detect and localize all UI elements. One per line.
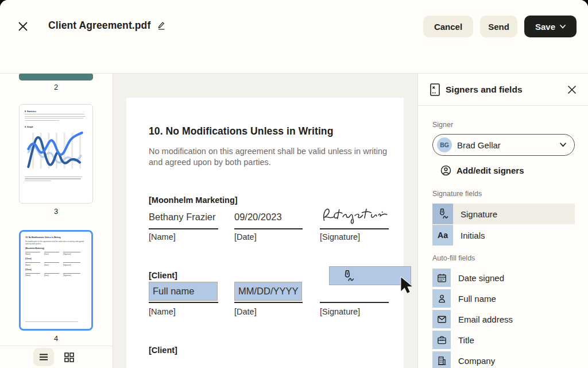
mini-signature-row: [Name] [Date] [Signature] <box>25 273 87 277</box>
mouse-cursor <box>399 276 414 294</box>
section-paragraph: No modification on this agreement shall … <box>149 146 392 168</box>
date-field-label: [Date] <box>234 232 257 241</box>
mini-heading-page4: 10. No Modifications Unless in Writing <box>25 236 87 239</box>
field-item-email-address[interactable]: Email address <box>432 310 575 328</box>
company-party-label: [Moonhelm Marketing] <box>149 195 238 205</box>
panel-title: Signers and fields <box>446 85 523 95</box>
grid-view-icon <box>64 352 74 362</box>
document-canvas: 10. No Modifications Unless in Writing N… <box>113 74 417 368</box>
top-bar: Client Agreement.pdf Cancel Send Save <box>0 0 588 43</box>
name-field-label: [Name] <box>149 307 176 316</box>
building-icon <box>436 355 447 366</box>
signed-name-value: Bethany Frazier <box>149 212 215 223</box>
signed-date-value: 09/20/2023 <box>234 212 282 223</box>
rename-pencil-icon[interactable] <box>156 21 165 30</box>
mini-paragraph-bars <box>25 114 87 121</box>
field-item-company[interactable]: Company <box>432 351 575 368</box>
signer-dropdown[interactable]: BG Brad Gellar <box>432 134 575 156</box>
field-item-signature[interactable]: Signature <box>432 204 575 224</box>
field-item-label: Full name <box>458 294 496 304</box>
mini-line-chart <box>25 130 88 172</box>
page-3-thumbnail[interactable]: 8. Statistics 9. Graph <box>19 104 93 204</box>
panel-close-icon[interactable] <box>567 85 577 95</box>
page-2-label: 2 <box>19 83 93 91</box>
date-field-label: [Date] <box>234 307 257 316</box>
cancel-button[interactable]: Cancel <box>423 16 473 37</box>
page-4-label: 4 <box>19 334 93 343</box>
list-view-button[interactable] <box>33 348 54 366</box>
field-item-initials[interactable]: Aa Initials <box>432 225 575 246</box>
title-icon-box <box>432 331 451 349</box>
signature-line <box>320 228 389 229</box>
signature-field-icon-box <box>432 204 453 224</box>
signature-line <box>149 228 218 229</box>
page-2-thumbnail-partial[interactable] <box>19 74 93 80</box>
client-party-label: [Client] <box>149 271 177 280</box>
save-button-label: Save <box>535 22 555 32</box>
mini-paragraph-page4: No modification on this agreement shall … <box>25 240 87 245</box>
editing-toolbar: 4 of 4 Draw Highlight Add text <box>0 43 588 74</box>
signature-line <box>234 228 303 229</box>
signer-section-label: Signer <box>432 121 453 129</box>
signers-and-fields-panel: Signers and fields Signer BG Brad Gellar… <box>417 74 588 368</box>
send-button[interactable]: Send <box>480 16 517 37</box>
briefcase-icon <box>436 335 447 346</box>
mini-caption-bars <box>25 177 87 181</box>
initials-field-icon-box: Aa <box>432 225 453 246</box>
signature-pen-icon <box>341 269 355 283</box>
signature-fields-section-label: Signature fields <box>432 190 482 198</box>
field-item-label: Title <box>458 335 474 345</box>
field-item-label: Initials <box>461 231 485 240</box>
thumbnail-sidebar: 2 8. Statistics 9. Graph <box>0 74 113 368</box>
email-icon-box <box>432 310 451 328</box>
add-edit-signers-button[interactable]: Add/edit signers <box>440 165 524 176</box>
close-icon[interactable] <box>17 21 29 32</box>
grid-view-button[interactable] <box>59 348 79 366</box>
signature-field-label: [Signature] <box>320 232 360 241</box>
initials-aa-icon: Aa <box>438 231 448 240</box>
field-item-title[interactable]: Title <box>432 331 575 349</box>
signature-line <box>320 302 389 303</box>
field-item-label: Signature <box>461 209 497 219</box>
section-heading: 10. No Modifications Unless in Writing <box>149 125 333 137</box>
name-field-label: [Name] <box>149 232 176 241</box>
mini-heading-statistics: 8. Statistics <box>25 110 87 113</box>
chevron-down-icon <box>560 143 566 147</box>
mini-signature-row: [Name] [Date] [Signature] <box>25 252 87 255</box>
panel-divider <box>418 105 588 106</box>
field-item-full-name[interactable]: Full name <box>432 289 575 308</box>
list-view-icon <box>39 354 48 361</box>
page-title: Client Agreement.pdf <box>48 20 150 32</box>
page-3-label: 3 <box>19 207 93 216</box>
mini-client-label-2: [Client] <box>25 269 87 271</box>
chevron-down-icon <box>560 25 566 29</box>
field-item-label: Email address <box>458 315 513 324</box>
signature-line <box>149 302 218 303</box>
mini-footer-bar <box>25 321 78 322</box>
date-signed-icon-box <box>432 269 451 287</box>
sidebar-view-switcher <box>0 346 113 368</box>
save-button[interactable]: Save <box>524 16 577 37</box>
field-item-label: Company <box>458 356 495 366</box>
person-icon <box>436 293 447 304</box>
date-placeholder-field[interactable]: MM/DD/YYYY <box>234 282 302 301</box>
company-icon-box <box>432 351 451 368</box>
handwritten-signature <box>318 205 390 225</box>
document-editor-window: Client Agreement.pdf Cancel Send Save 4 … <box>0 0 588 368</box>
signer-avatar: BG <box>437 137 452 152</box>
fields-document-icon <box>429 83 441 97</box>
pdf-page-4: 10. No Modifications Unless in Writing N… <box>126 98 404 368</box>
full-name-icon-box <box>432 289 451 308</box>
full-name-placeholder-field[interactable]: Full name <box>149 282 218 301</box>
signature-pen-icon <box>436 208 449 220</box>
envelope-icon <box>436 314 447 325</box>
autofill-section-label: Auto-fill fields <box>432 254 475 262</box>
field-item-label: Date signed <box>458 273 504 283</box>
mini-client-label-1: [Client] <box>25 258 87 260</box>
field-item-date-signed[interactable]: Date signed <box>432 269 575 287</box>
page-4-thumbnail-selected[interactable]: 10. No Modifications Unless in Writing N… <box>19 230 93 331</box>
client-party-label-2: [Client] <box>149 346 177 355</box>
calendar-icon <box>436 273 447 283</box>
add-edit-signers-label: Add/edit signers <box>457 166 524 175</box>
mini-heading-graph: 9. Graph <box>25 126 87 128</box>
